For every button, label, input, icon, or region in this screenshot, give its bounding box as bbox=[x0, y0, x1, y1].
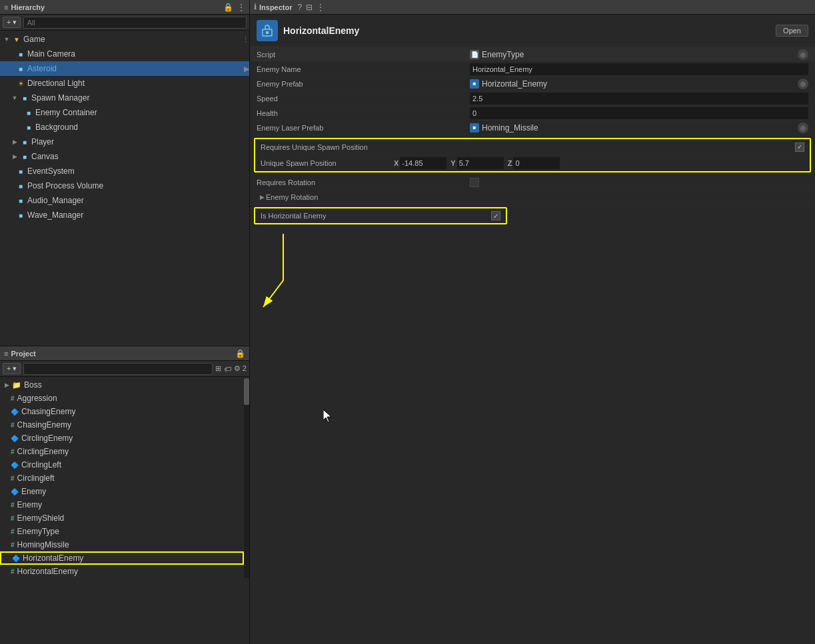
folder-icon-game: ▼ bbox=[12, 35, 21, 44]
tree-item-audio-manager[interactable]: ■ Audio_Manager bbox=[0, 193, 249, 208]
tree-item-background[interactable]: ■ Background bbox=[0, 120, 249, 135]
tree-item-wave-manager[interactable]: ■ Wave_Manager bbox=[0, 208, 249, 222]
requires-unique-spawn-label: Requires Unique Spawn Position bbox=[261, 143, 795, 151]
project-label-enemy-2: Enemy bbox=[17, 500, 42, 509]
tree-item-canvas[interactable]: ▶ ■ Canvas bbox=[0, 149, 249, 164]
hierarchy-search-input[interactable] bbox=[23, 17, 247, 29]
tree-item-spawn-manager[interactable]: ▼ ■ Spawn Manager bbox=[0, 91, 249, 105]
requires-rotation-checkbox-wrapper[interactable] bbox=[470, 178, 479, 187]
project-item-horizontal-enemy-2[interactable]: # HorizontalEnemy bbox=[0, 565, 244, 578]
laser-select-button[interactable]: ◎ bbox=[798, 123, 808, 133]
project-item-chasing-2[interactable]: # ChasingEnemy bbox=[0, 418, 244, 432]
project-icon-3: ⚙ 2 bbox=[234, 364, 247, 373]
folder-icon-boss: 📁 bbox=[12, 381, 21, 390]
hash-icon-circling-2: # bbox=[11, 448, 15, 456]
project-item-enemy-type[interactable]: # EnemyType bbox=[0, 525, 244, 538]
requires-rotation-checkbox[interactable] bbox=[470, 178, 479, 187]
tree-label-canvas: Canvas bbox=[31, 152, 59, 161]
is-horizontal-label: Is Horizontal Enemy bbox=[261, 212, 486, 220]
tree-item-enemy-container[interactable]: ■ Enemy Container bbox=[0, 105, 249, 120]
hash-icon-chasing-2: # bbox=[11, 422, 15, 429]
project-toolbar: + ▾ ⊞ 🏷 ⚙ 2 bbox=[0, 361, 249, 377]
spawn-position-section: Requires Unique Spawn Position ✓ Unique … bbox=[254, 138, 811, 172]
requires-unique-spawn-checkbox-wrapper[interactable]: ✓ bbox=[795, 143, 804, 152]
tree-label-enemy-container: Enemy Container bbox=[35, 108, 97, 117]
project-item-enemy-2[interactable]: # Enemy bbox=[0, 498, 244, 511]
tree-item-player[interactable]: ▶ ■ Player bbox=[0, 135, 249, 149]
project-item-horizontal-enemy-1[interactable]: 🔷 HorizontalEnemy bbox=[0, 551, 244, 565]
y-input[interactable] bbox=[457, 157, 504, 169]
tree-label-background: Background bbox=[35, 123, 78, 132]
project-item-chasing-1[interactable]: 🔷 ChasingEnemy bbox=[0, 405, 244, 418]
project-label-circling-1: CirclingEnemy bbox=[21, 434, 73, 443]
prefab-ref-icon: ■ bbox=[470, 79, 479, 89]
project-item-aggression[interactable]: # Aggression bbox=[0, 392, 244, 405]
script-select-button[interactable]: ◎ bbox=[798, 49, 808, 60]
script-field-row: Script 📄 EnemyType ◎ bbox=[250, 47, 815, 62]
health-input[interactable] bbox=[470, 107, 808, 119]
unique-spawn-position-row: Unique Spawn Position X Y Z bbox=[255, 155, 810, 171]
cube-icon-wave-manager: ■ bbox=[16, 210, 25, 220]
tree-item-directional-light[interactable]: ☀ Directional Light bbox=[0, 76, 249, 91]
xyz-fields: X Y Z bbox=[394, 157, 804, 169]
inspector-menu-icon: ⋮ bbox=[317, 3, 325, 12]
tree-label-main-camera: Main Camera bbox=[27, 49, 75, 59]
project-scrollbar-thumb[interactable] bbox=[244, 378, 249, 405]
x-input[interactable] bbox=[400, 157, 446, 169]
project-item-circling-2[interactable]: # CirclingEnemy bbox=[0, 445, 244, 458]
tree-label-asteroid: Asteroid bbox=[27, 64, 57, 73]
project-item-enemy-shield[interactable]: # EnemyShield bbox=[0, 511, 244, 525]
project-label-homing-missile: HomingMissile bbox=[17, 540, 69, 549]
cube-icon-canvas: ■ bbox=[20, 152, 29, 161]
enemy-name-input[interactable] bbox=[470, 63, 808, 75]
speed-value-box bbox=[470, 93, 808, 105]
project-item-circling-left-2[interactable]: # Circlingleft bbox=[0, 472, 244, 485]
script-value-ref: 📄 EnemyType ◎ bbox=[470, 49, 808, 60]
hierarchy-header: ≡ Hierarchy 🔒 ⋮ bbox=[0, 0, 249, 15]
is-horizontal-checkbox[interactable]: ✓ bbox=[491, 211, 500, 220]
project-scrollbar[interactable] bbox=[244, 378, 249, 578]
tree-item-main-camera[interactable]: ■ Main Camera bbox=[0, 47, 249, 61]
hierarchy-add-button[interactable]: + ▾ bbox=[3, 17, 21, 28]
project-search-input[interactable] bbox=[23, 363, 212, 375]
cube-icon-enemy-container: ■ bbox=[24, 108, 33, 117]
tree-item-game[interactable]: ▼ ▼ Game ⋮ bbox=[0, 32, 249, 47]
z-input[interactable] bbox=[513, 157, 560, 169]
requires-unique-spawn-checkbox[interactable]: ✓ bbox=[795, 143, 804, 152]
project-icon-1: ⊞ bbox=[215, 364, 221, 373]
project-item-circling-left[interactable]: 🔷 CirclingLeft bbox=[0, 458, 244, 472]
hierarchy-header-icons: 🔒 ⋮ bbox=[223, 3, 245, 12]
inspector-open-button[interactable]: Open bbox=[776, 25, 808, 37]
enemy-rotation-row: ▶ Enemy Rotation bbox=[250, 190, 815, 204]
z-label: Z bbox=[508, 159, 512, 167]
hierarchy-toolbar: + ▾ bbox=[0, 15, 249, 31]
x-field: X bbox=[394, 157, 446, 169]
project-item-enemy-1[interactable]: 🔷 Enemy bbox=[0, 485, 244, 498]
project-item-boss[interactable]: ▶ 📁 Boss bbox=[0, 378, 244, 392]
project-item-homing-missile[interactable]: # HomingMissile bbox=[0, 538, 244, 551]
project-item-circling-1[interactable]: 🔷 CirclingEnemy bbox=[0, 432, 244, 445]
svg-rect-1 bbox=[266, 31, 269, 34]
speed-input[interactable] bbox=[470, 93, 808, 105]
enemy-prefab-value-text: Horizontal_Enemy bbox=[482, 79, 547, 89]
hash-icon-enemy-shield: # bbox=[11, 515, 15, 522]
project-label-chasing-1: ChasingEnemy bbox=[21, 407, 75, 416]
project-header-icons: 🔒 bbox=[235, 349, 245, 358]
enemy-prefab-label: Enemy Prefab bbox=[257, 80, 470, 88]
tree-item-post-process[interactable]: ■ Post Process Volume bbox=[0, 178, 249, 193]
x-label: X bbox=[394, 159, 399, 167]
expand-arrow-canvas: ▶ bbox=[11, 153, 19, 161]
inspector-help-icon: ? bbox=[298, 3, 303, 12]
lock-icon: 🔒 bbox=[223, 3, 233, 12]
project-add-button[interactable]: + ▾ bbox=[3, 363, 21, 374]
inspector-obj-name: HorizontalEnemy bbox=[283, 25, 770, 36]
light-icon-directional: ☀ bbox=[16, 79, 25, 88]
prefab-select-button[interactable]: ◎ bbox=[798, 79, 808, 89]
tree-item-event-system[interactable]: ■ EventSystem bbox=[0, 164, 249, 178]
tree-label-event-system: EventSystem bbox=[27, 166, 75, 176]
laser-ref-icon: ■ bbox=[470, 123, 479, 133]
laser-prefab-value: ■ Homing_Missile ◎ bbox=[470, 123, 808, 133]
project-label-horizontal-enemy-1: HorizontalEnemy bbox=[23, 553, 83, 563]
cube-icon-spawn-manager: ■ bbox=[20, 93, 29, 103]
tree-item-asteroid[interactable]: ■ Asteroid ▶ bbox=[0, 61, 249, 76]
